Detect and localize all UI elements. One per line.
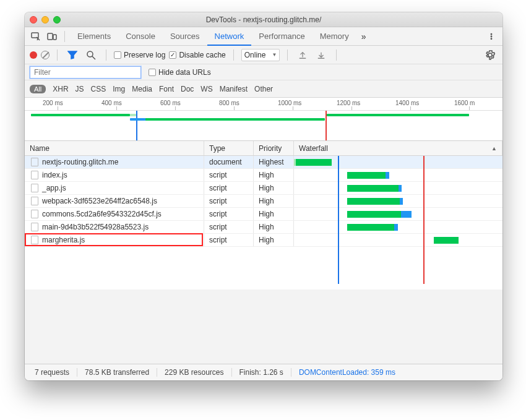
status-requests: 7 requests — [27, 368, 77, 377]
svg-point-3 — [491, 33, 492, 35]
file-icon — [31, 158, 38, 166]
separator — [57, 49, 58, 61]
preserve-log-checkbox[interactable]: Preserve log — [114, 51, 165, 59]
filter-chip-doc[interactable]: Doc — [181, 85, 194, 93]
kebab-menu-icon[interactable] — [484, 29, 499, 44]
tab-network[interactable]: Network — [207, 27, 252, 46]
request-priority: High — [254, 182, 294, 194]
timeline-tick-label: 200 ms — [43, 100, 63, 106]
clear-button[interactable] — [41, 51, 50, 59]
filter-chip-ws[interactable]: WS — [200, 85, 212, 93]
table-row[interactable]: webpack-3df6523e264ff2ac6548.jsscriptHig… — [25, 195, 502, 208]
request-name: main-9d4b3b522f54928a5523.js — [42, 223, 149, 231]
devtools-window: DevTools - nextjs-routing.glitch.me/ Ele… — [25, 12, 502, 380]
timeline-bar — [145, 118, 325, 121]
status-dcl: DOMContentLoaded: 359 ms — [291, 368, 403, 377]
throttling-value: Online — [244, 51, 266, 59]
request-type: document — [204, 156, 254, 168]
request-waterfall — [294, 208, 502, 220]
separator — [106, 49, 106, 61]
separator — [336, 49, 337, 61]
table-row[interactable]: _app.jsscriptHigh — [25, 182, 502, 195]
filter-chip-xhr[interactable]: XHR — [53, 85, 68, 93]
status-resources: 229 KB resources — [157, 368, 231, 377]
timeline-tick-label: 400 ms — [101, 100, 122, 106]
device-toolbar-icon[interactable] — [45, 29, 59, 44]
disable-cache-label: Disable cache — [179, 51, 225, 59]
column-priority[interactable]: Priority — [254, 141, 294, 155]
settings-gear-icon[interactable] — [483, 48, 498, 62]
request-waterfall — [294, 182, 502, 194]
load-line — [423, 156, 425, 284]
throttling-select[interactable]: Online ▼ — [241, 49, 280, 61]
file-icon — [31, 223, 38, 231]
more-tabs-icon[interactable]: » — [358, 32, 370, 41]
inspect-element-icon[interactable] — [28, 29, 43, 44]
filter-chip-manifest[interactable]: Manifest — [220, 85, 248, 93]
type-filter-chips: AllXHRJSCSSImgMediaFontDocWSManifestOthe… — [25, 80, 502, 98]
timeline-tick-label: 800 ms — [219, 100, 239, 106]
window-title: DevTools - nextjs-routing.glitch.me/ — [206, 15, 322, 24]
table-row[interactable]: index.jsscriptHigh — [25, 169, 502, 182]
filter-chip-media[interactable]: Media — [132, 85, 152, 93]
status-finish: Finish: 1.26 s — [232, 368, 291, 377]
close-icon[interactable] — [30, 16, 37, 24]
table-row[interactable]: nextjs-routing.glitch.medocumentHighest — [25, 156, 502, 169]
svg-rect-0 — [32, 33, 38, 38]
separator — [64, 31, 65, 42]
sort-indicator-icon: ▲ — [491, 145, 497, 152]
main-tabs-row: ElementsConsoleSourcesNetworkPerformance… — [25, 27, 502, 46]
request-priority: High — [254, 195, 294, 207]
tab-memory[interactable]: Memory — [313, 27, 356, 46]
tab-performance[interactable]: Performance — [251, 27, 312, 46]
search-icon[interactable] — [84, 48, 98, 62]
svg-point-6 — [87, 51, 93, 57]
status-bar: 7 requests 78.5 KB transferred 229 KB re… — [25, 364, 502, 380]
chevron-down-icon: ▼ — [272, 52, 277, 58]
separator — [233, 49, 234, 61]
disable-cache-checkbox[interactable]: Disable cache — [169, 51, 225, 59]
filter-chip-js[interactable]: JS — [75, 85, 84, 93]
upload-har-icon[interactable] — [295, 48, 310, 62]
maximize-icon[interactable] — [53, 16, 61, 24]
request-priority: High — [254, 169, 294, 181]
record-button[interactable] — [30, 51, 37, 59]
column-type[interactable]: Type — [204, 141, 254, 155]
request-priority: Highest — [254, 156, 294, 168]
filter-chip-font[interactable]: Font — [159, 85, 174, 93]
request-waterfall — [294, 195, 502, 207]
tab-sources[interactable]: Sources — [163, 27, 207, 46]
timeline-tick-label: 1600 m — [454, 100, 475, 106]
tab-console[interactable]: Console — [118, 27, 163, 46]
download-har-icon[interactable] — [314, 48, 329, 62]
tab-elements[interactable]: Elements — [70, 27, 118, 46]
request-priority: High — [254, 234, 294, 246]
request-waterfall — [294, 234, 502, 246]
timeline-bar — [130, 114, 136, 116]
table-row[interactable]: commons.5cd2a6fe9543322d45cf.jsscriptHig… — [25, 208, 502, 221]
request-name: _app.js — [42, 184, 66, 192]
filter-chip-all[interactable]: All — [30, 85, 46, 93]
request-waterfall — [294, 221, 502, 233]
timeline-overview[interactable]: 200 ms400 ms600 ms800 ms1000 ms1200 ms14… — [25, 98, 502, 141]
filter-input[interactable] — [30, 66, 141, 79]
table-row[interactable]: main-9d4b3b522f54928a5523.jsscriptHigh — [25, 221, 502, 234]
filter-chip-css[interactable]: CSS — [91, 85, 106, 93]
timeline-tick-label: 1400 ms — [395, 100, 419, 106]
minimize-icon[interactable] — [41, 16, 49, 24]
svg-point-5 — [491, 38, 492, 39]
request-waterfall — [294, 156, 502, 168]
column-name[interactable]: Name — [25, 141, 204, 155]
request-name: index.js — [42, 171, 67, 179]
filter-icon[interactable] — [65, 48, 80, 62]
file-icon — [31, 210, 38, 218]
filter-chip-img[interactable]: Img — [113, 85, 125, 93]
hide-data-urls-checkbox[interactable]: Hide data URLs — [149, 68, 211, 77]
request-type: script — [204, 195, 254, 207]
preserve-log-label: Preserve log — [124, 51, 165, 59]
column-waterfall[interactable]: Waterfall▲ — [294, 141, 502, 155]
filter-chip-other[interactable]: Other — [254, 85, 273, 93]
dcl-marker — [136, 111, 137, 140]
request-type: script — [204, 221, 254, 233]
timeline-bar — [31, 114, 130, 116]
